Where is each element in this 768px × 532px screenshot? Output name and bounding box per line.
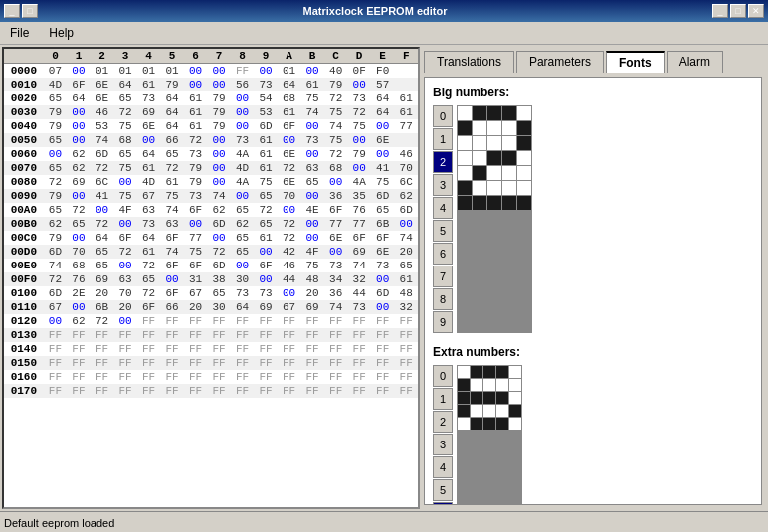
table-row[interactable]: 006000626D65646573004A616E0072790046 <box>4 147 418 161</box>
hex-cell[interactable]: FF <box>300 356 324 370</box>
hex-cell[interactable]: 61 <box>137 245 161 259</box>
hex-cell[interactable]: 64 <box>113 78 137 91</box>
hex-cell[interactable]: FF <box>207 370 231 384</box>
hex-cell[interactable]: 4A <box>231 147 255 161</box>
tab-parameters[interactable]: Parameters <box>516 51 604 73</box>
hex-cell[interactable]: 74 <box>300 105 324 119</box>
hex-cell[interactable]: FF <box>347 328 371 342</box>
hex-cell[interactable]: FF <box>347 342 371 356</box>
table-row[interactable]: 00B0626572007363006D6265720077776B00 <box>4 217 418 231</box>
hex-cell[interactable]: 74 <box>160 203 184 217</box>
hex-cell[interactable]: 00 <box>113 175 137 189</box>
hex-cell[interactable]: 65 <box>44 161 68 175</box>
hex-cell[interactable]: FF <box>300 370 324 384</box>
hex-cell[interactable]: 74 <box>91 133 114 147</box>
hex-cell[interactable]: 57 <box>371 78 395 91</box>
hex-cell[interactable]: 79 <box>324 78 348 91</box>
hex-cell[interactable]: FF <box>207 356 231 370</box>
pixel-cell[interactable] <box>458 151 472 165</box>
big-number-item-6[interactable]: 6 <box>433 243 453 265</box>
hex-cell[interactable]: 6F <box>160 259 184 272</box>
hex-cell[interactable]: FF <box>278 384 301 398</box>
table-row[interactable]: 0150FFFFFFFFFFFFFFFFFFFFFFFFFFFFFFFF <box>4 356 418 370</box>
hex-cell[interactable]: 64 <box>160 119 184 133</box>
pixel-cell[interactable] <box>471 392 482 404</box>
hex-cell[interactable]: 00 <box>371 147 395 161</box>
hex-cell[interactable]: 73 <box>347 300 371 314</box>
hex-cell[interactable]: 00 <box>67 64 91 79</box>
pixel-cell[interactable] <box>509 392 521 404</box>
hex-cell[interactable]: 00 <box>67 231 91 245</box>
big-number-item-4[interactable]: 4 <box>433 197 453 219</box>
pixel-cell[interactable] <box>509 366 521 378</box>
hex-cell[interactable]: 4D <box>44 78 68 91</box>
hex-cell[interactable]: 65 <box>231 203 255 217</box>
hex-cell[interactable]: FF <box>160 342 184 356</box>
hex-cell[interactable]: 65 <box>44 203 68 217</box>
hex-cell[interactable]: FF <box>394 328 418 342</box>
hex-cell[interactable]: 75 <box>254 175 278 189</box>
hex-cell[interactable]: FF <box>44 342 68 356</box>
hex-cell[interactable]: 77 <box>184 231 208 245</box>
hex-cell[interactable]: FF <box>67 384 91 398</box>
hex-cell[interactable]: 6F <box>371 231 395 245</box>
hex-cell[interactable]: 00 <box>207 133 231 147</box>
hex-cell[interactable]: FF <box>394 370 418 384</box>
hex-cell[interactable]: 66 <box>160 133 184 147</box>
pixel-cell[interactable] <box>458 106 472 120</box>
pixel-cell[interactable] <box>502 106 516 120</box>
pixel-cell[interactable] <box>502 166 516 180</box>
hex-cell[interactable]: 00 <box>394 217 418 231</box>
hex-cell[interactable]: FF <box>160 370 184 384</box>
hex-cell[interactable]: 6E <box>137 119 161 133</box>
hex-cell[interactable]: 79 <box>160 78 184 91</box>
hex-cell[interactable]: 00 <box>300 231 324 245</box>
hex-cell[interactable]: FF <box>184 314 208 328</box>
hex-cell[interactable]: 75 <box>324 133 348 147</box>
table-row[interactable]: 003079004672696461790053617475726461 <box>4 105 418 119</box>
hex-cell[interactable] <box>394 64 418 79</box>
hex-cell[interactable] <box>394 78 418 91</box>
table-row[interactable]: 00000700010101010000FF000100400FF0 <box>4 64 418 79</box>
table-row[interactable]: 00E074686500726F6F6D006F467573747365 <box>4 259 418 272</box>
pixel-cell[interactable] <box>483 366 495 378</box>
hex-cell[interactable]: 00 <box>91 203 114 217</box>
hex-cell[interactable]: 77 <box>347 217 371 231</box>
hex-cell[interactable]: 61 <box>254 147 278 161</box>
hex-cell[interactable]: 01 <box>137 64 161 79</box>
hex-cell[interactable]: 6D <box>371 286 395 300</box>
hex-cell[interactable]: 00 <box>113 314 137 328</box>
hex-cell[interactable]: 72 <box>324 91 348 105</box>
hex-cell[interactable]: 74 <box>160 245 184 259</box>
hex-cell[interactable]: 72 <box>347 105 371 119</box>
hex-cell[interactable]: 4E <box>300 203 324 217</box>
hex-cell[interactable]: 6F <box>137 300 161 314</box>
hex-cell[interactable]: 00 <box>278 133 301 147</box>
hex-cell[interactable]: 46 <box>394 147 418 161</box>
hex-cell[interactable]: 79 <box>44 119 68 133</box>
pixel-cell[interactable] <box>517 181 531 195</box>
hex-cell[interactable]: 35 <box>347 189 371 203</box>
hex-cell[interactable]: FF <box>254 356 278 370</box>
hex-cell[interactable]: 6F <box>184 259 208 272</box>
hex-cell[interactable]: 6B <box>371 217 395 231</box>
hex-cell[interactable]: 00 <box>347 78 371 91</box>
hex-cell[interactable]: 69 <box>254 300 278 314</box>
hex-cell[interactable]: 74 <box>324 300 348 314</box>
hex-cell[interactable]: 69 <box>347 245 371 259</box>
hex-cell[interactable]: FF <box>254 314 278 328</box>
hex-cell[interactable]: 75 <box>347 119 371 133</box>
hex-cell[interactable]: 00 <box>371 119 395 133</box>
hex-cell[interactable]: FF <box>231 328 255 342</box>
hex-cell[interactable]: 65 <box>44 91 68 105</box>
hex-cell[interactable]: 73 <box>137 217 161 231</box>
pixel-cell[interactable] <box>487 136 501 150</box>
hex-cell[interactable]: 79 <box>44 105 68 119</box>
hex-cell[interactable]: FF <box>324 370 348 384</box>
hex-cell[interactable]: 79 <box>184 175 208 189</box>
hex-cell[interactable]: 00 <box>254 64 278 79</box>
hex-cell[interactable]: FF <box>231 370 255 384</box>
hex-cell[interactable]: 65 <box>254 217 278 231</box>
hex-scroll-area[interactable]: 0123456789ABCDEF 00000700010101010000FF0… <box>4 49 418 507</box>
hex-cell[interactable]: FF <box>278 370 301 384</box>
